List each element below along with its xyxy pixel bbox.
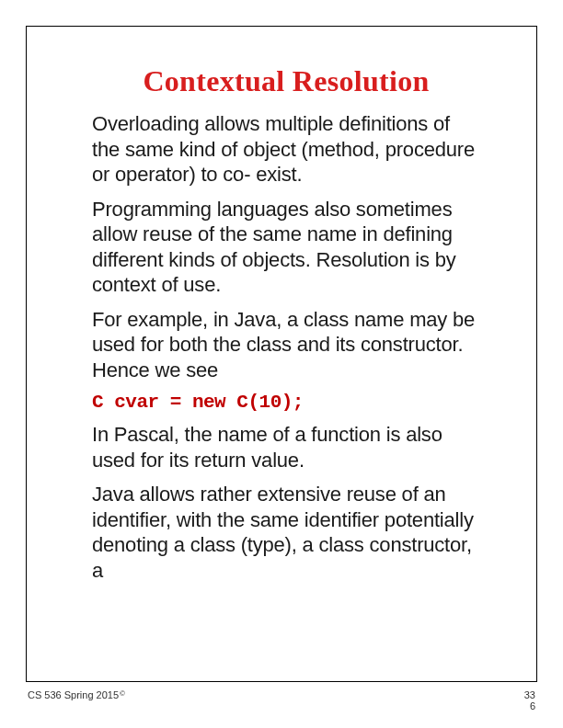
code-line: C cvar = new C(10);	[92, 392, 480, 413]
slide-content: Contextual Resolution Overloading allows…	[92, 64, 480, 592]
copyright-symbol: ©	[120, 689, 125, 698]
paragraph-2: Programming languages also sometimes all…	[92, 197, 480, 298]
slide-title: Contextual Resolution	[92, 64, 480, 98]
paragraph-1: Overloading allows multiple definitions …	[92, 111, 480, 188]
course-label: CS 536 Spring 2015	[28, 689, 119, 700]
paragraph-5: Java allows rather extensive reuse of an…	[92, 482, 480, 583]
paragraph-4: In Pascal, the name of a function is als…	[92, 422, 480, 472]
page-number-top: 33	[524, 689, 535, 700]
footer-right: 33 6	[524, 689, 535, 711]
page-number-bottom: 6	[524, 700, 535, 711]
paragraph-3: For example, in Java, a class name may b…	[92, 307, 480, 383]
footer-left: CS 536 Spring 2015 ©	[28, 689, 125, 700]
slide-footer: CS 536 Spring 2015 © 33 6	[28, 689, 535, 711]
